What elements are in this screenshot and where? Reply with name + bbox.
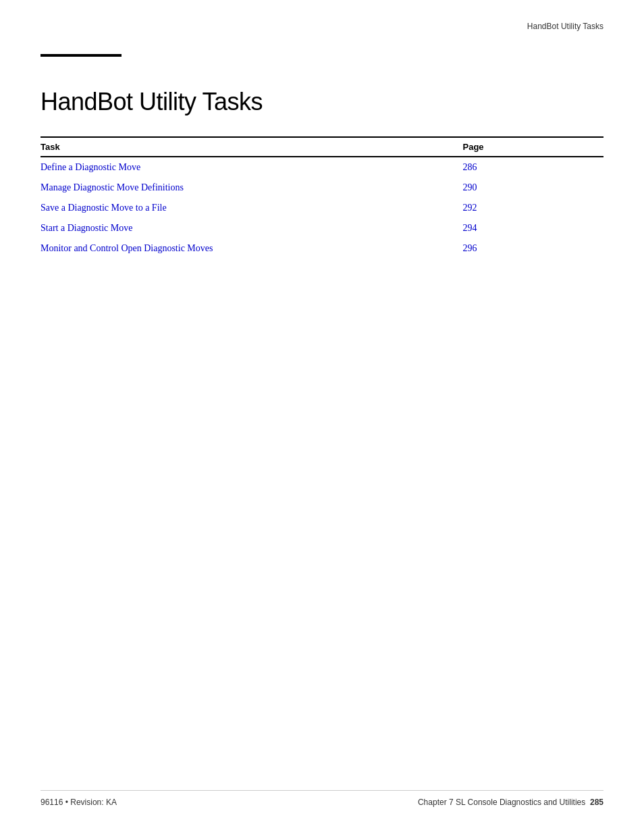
footer-chapter: Chapter 7 SL Console Diagnostics and Uti… bbox=[418, 798, 585, 807]
toc-task-cell: Start a Diagnostic Move bbox=[41, 218, 463, 238]
toc-page-2: 292 bbox=[463, 198, 604, 218]
toc-header-row: Task Page bbox=[41, 137, 603, 157]
toc-link-1[interactable]: Manage Diagnostic Move Definitions bbox=[41, 182, 184, 192]
col-header-task: Task bbox=[41, 137, 463, 157]
toc-link-0[interactable]: Define a Diagnostic Move bbox=[41, 162, 140, 172]
footer-page-number: 285 bbox=[590, 798, 603, 807]
toc-task-cell: Monitor and Control Open Diagnostic Move… bbox=[41, 238, 463, 259]
toc-row: Define a Diagnostic Move286 bbox=[41, 157, 603, 178]
header-title: HandBot Utility Tasks bbox=[527, 22, 603, 31]
toc-row: Manage Diagnostic Move Definitions290 bbox=[41, 178, 603, 198]
toc-link-2[interactable]: Save a Diagnostic Move to a File bbox=[41, 203, 167, 213]
page-container: HandBot Utility Tasks HandBot Utility Ta… bbox=[0, 0, 644, 834]
footer-right: Chapter 7 SL Console Diagnostics and Uti… bbox=[418, 798, 603, 807]
toc-row: Monitor and Control Open Diagnostic Move… bbox=[41, 238, 603, 259]
toc-page-4: 296 bbox=[463, 238, 604, 259]
toc-task-cell: Define a Diagnostic Move bbox=[41, 157, 463, 178]
main-content: HandBot Utility Tasks Task Page Define a… bbox=[41, 68, 603, 259]
toc-row: Start a Diagnostic Move294 bbox=[41, 218, 603, 238]
footer-left: 96116 • Revision: KA bbox=[41, 798, 117, 807]
toc-page-3: 294 bbox=[463, 218, 604, 238]
toc-table: Task Page Define a Diagnostic Move286Man… bbox=[41, 136, 603, 259]
toc-row: Save a Diagnostic Move to a File292 bbox=[41, 198, 603, 218]
footer: 96116 • Revision: KA Chapter 7 SL Consol… bbox=[41, 790, 603, 807]
col-header-page: Page bbox=[463, 137, 604, 157]
page-title: HandBot Utility Tasks bbox=[41, 88, 603, 116]
toc-task-cell: Manage Diagnostic Move Definitions bbox=[41, 178, 463, 198]
toc-link-3[interactable]: Start a Diagnostic Move bbox=[41, 223, 132, 233]
toc-page-0: 286 bbox=[463, 157, 604, 178]
toc-task-cell: Save a Diagnostic Move to a File bbox=[41, 198, 463, 218]
toc-page-1: 290 bbox=[463, 178, 604, 198]
top-rule bbox=[41, 54, 122, 57]
toc-link-4[interactable]: Monitor and Control Open Diagnostic Move… bbox=[41, 243, 213, 253]
